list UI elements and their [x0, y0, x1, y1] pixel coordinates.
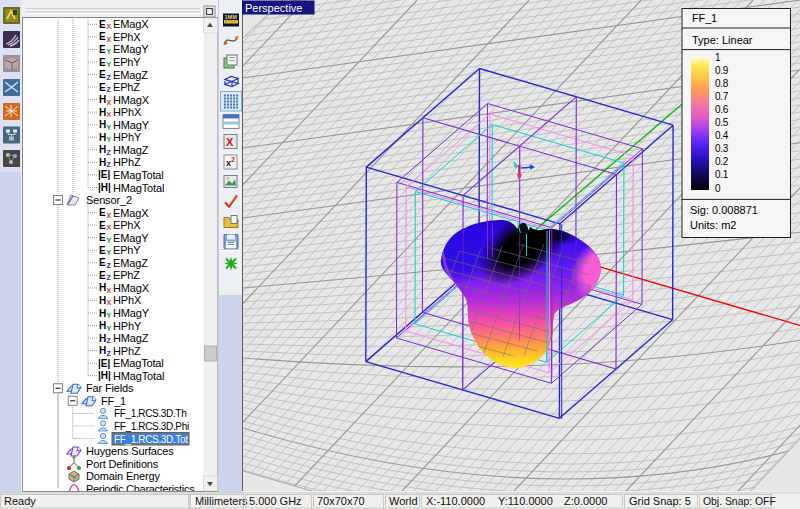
svg-text:X: X	[107, 299, 112, 306]
svg-text:0.2: 0.2	[715, 156, 729, 167]
svg-text:|E|: |E|	[98, 169, 110, 180]
svg-text:E: E	[99, 19, 106, 30]
svg-text:EMagZ: EMagZ	[113, 257, 148, 269]
svg-text:H: H	[99, 94, 106, 105]
svg-text:0.3: 0.3	[715, 143, 729, 154]
svg-text:HPhZ: HPhZ	[113, 156, 141, 168]
svg-text:HMagZ: HMagZ	[113, 332, 149, 344]
svg-text:EPhY: EPhY	[113, 244, 141, 256]
svg-text:H: H	[99, 107, 106, 118]
svg-text:EPhY: EPhY	[113, 56, 141, 68]
svg-text:Obj. Snap: OFF: Obj. Snap: OFF	[703, 496, 776, 507]
svg-text:70x70x70: 70x70x70	[317, 495, 365, 507]
svg-text:EMagTotal: EMagTotal	[113, 169, 164, 181]
svg-text:H: H	[99, 320, 106, 331]
svg-text:H: H	[99, 282, 106, 293]
svg-text:Z: Z	[107, 350, 112, 357]
svg-text:Port Definitions: Port Definitions	[86, 458, 159, 470]
svg-text:Z: Z	[107, 337, 112, 344]
svg-text:E: E	[99, 31, 106, 42]
svg-text:X: X	[107, 287, 112, 294]
svg-text:HMagY: HMagY	[113, 307, 150, 319]
svg-text:|H|: |H|	[98, 370, 111, 381]
svg-text:0.8: 0.8	[715, 78, 729, 89]
svg-text:HPhY: HPhY	[113, 320, 142, 332]
svg-text:EMagY: EMagY	[113, 232, 149, 244]
svg-text:Grid Snap: 5: Grid Snap: 5	[629, 495, 691, 507]
svg-text:HPhY: HPhY	[113, 131, 142, 143]
svg-text:FF_1: FF_1	[101, 395, 126, 407]
svg-text:EMagZ: EMagZ	[113, 69, 148, 81]
svg-text:X: X	[107, 36, 112, 43]
svg-text:E: E	[99, 57, 106, 68]
svg-text:Y: Y	[107, 312, 112, 319]
svg-text:0: 0	[715, 183, 721, 194]
svg-text:0.7: 0.7	[715, 91, 729, 102]
svg-text:X: X	[107, 99, 112, 106]
svg-text:FF_1.RCS.3D.Th: FF_1.RCS.3D.Th	[114, 408, 186, 419]
svg-text:Y: Y	[107, 325, 112, 332]
svg-text:H: H	[99, 345, 106, 356]
svg-text:HPhZ: HPhZ	[113, 345, 141, 357]
svg-text:Y: Y	[107, 249, 112, 256]
svg-text:X: X	[107, 212, 112, 219]
svg-text:Z: Z	[107, 149, 112, 156]
svg-text:E: E	[99, 257, 106, 268]
svg-text:EPhX: EPhX	[113, 31, 141, 43]
svg-text:H: H	[99, 119, 106, 130]
svg-text:Z:0.0000: Z:0.0000	[564, 495, 607, 507]
svg-text:Y: Y	[107, 124, 112, 131]
svg-text:H: H	[99, 157, 106, 168]
svg-text:X: X	[107, 224, 112, 231]
svg-text:Sensor_2: Sensor_2	[86, 194, 132, 206]
svg-text:H: H	[99, 144, 106, 155]
svg-text:2: 2	[231, 156, 235, 163]
svg-text:EPhZ: EPhZ	[113, 81, 140, 93]
svg-text:Ready: Ready	[4, 495, 36, 507]
svg-text:FF_1.RCS.3D.Tot: FF_1.RCS.3D.Tot	[114, 434, 188, 445]
svg-text:E: E	[99, 82, 106, 93]
svg-text:0.1: 0.1	[715, 169, 729, 180]
svg-text:EPhZ: EPhZ	[113, 269, 140, 281]
svg-text:0.9: 0.9	[715, 65, 729, 76]
svg-text:X:-110.0000: X:-110.0000	[426, 495, 485, 507]
svg-text:Units: m2: Units: m2	[690, 219, 736, 231]
svg-text:HMagTotal: HMagTotal	[113, 370, 164, 382]
svg-text:1: 1	[715, 52, 721, 63]
svg-text:1MM: 1MM	[225, 14, 238, 20]
svg-text:0.4: 0.4	[715, 130, 729, 141]
svg-text:HPhX: HPhX	[113, 294, 142, 306]
svg-text:Y: Y	[107, 48, 112, 55]
svg-text:EMagX: EMagX	[113, 207, 149, 219]
svg-text:Z: Z	[107, 274, 112, 281]
svg-text:HMagTotal: HMagTotal	[113, 182, 164, 194]
svg-text:FF_1.RCS.3D.Phi: FF_1.RCS.3D.Phi	[114, 421, 189, 432]
svg-text:5.000 GHz: 5.000 GHz	[249, 495, 302, 507]
svg-text:E: E	[99, 69, 106, 80]
svg-text:E: E	[99, 220, 106, 231]
svg-text:Y: Y	[107, 136, 112, 143]
svg-text:E: E	[99, 207, 106, 218]
svg-text:H: H	[99, 295, 106, 306]
svg-text:Far Fields: Far Fields	[86, 382, 134, 394]
svg-text:Type: Linear: Type: Linear	[692, 34, 753, 46]
svg-text:0.6: 0.6	[715, 104, 729, 115]
svg-text:Z: Z	[107, 262, 112, 269]
svg-text:Z: Z	[107, 86, 112, 93]
svg-text:E: E	[99, 270, 106, 281]
svg-text:E: E	[99, 44, 106, 55]
svg-text:HMagX: HMagX	[113, 282, 150, 294]
svg-text:Y: Y	[107, 237, 112, 244]
svg-text:FF_1: FF_1	[692, 12, 717, 24]
svg-text:HMagX: HMagX	[113, 94, 150, 106]
svg-text:E: E	[99, 232, 106, 243]
svg-text:HPhX: HPhX	[113, 106, 142, 118]
svg-text:Y:110.0000: Y:110.0000	[498, 495, 553, 507]
svg-text:World: World	[389, 495, 418, 507]
svg-text:X: X	[107, 111, 112, 118]
svg-text:Y: Y	[107, 61, 112, 68]
svg-text:EMagTotal: EMagTotal	[113, 357, 164, 369]
svg-text:H: H	[99, 308, 106, 319]
svg-text:Huygens Surfaces: Huygens Surfaces	[86, 445, 174, 457]
svg-text:HMagZ: HMagZ	[113, 144, 149, 156]
